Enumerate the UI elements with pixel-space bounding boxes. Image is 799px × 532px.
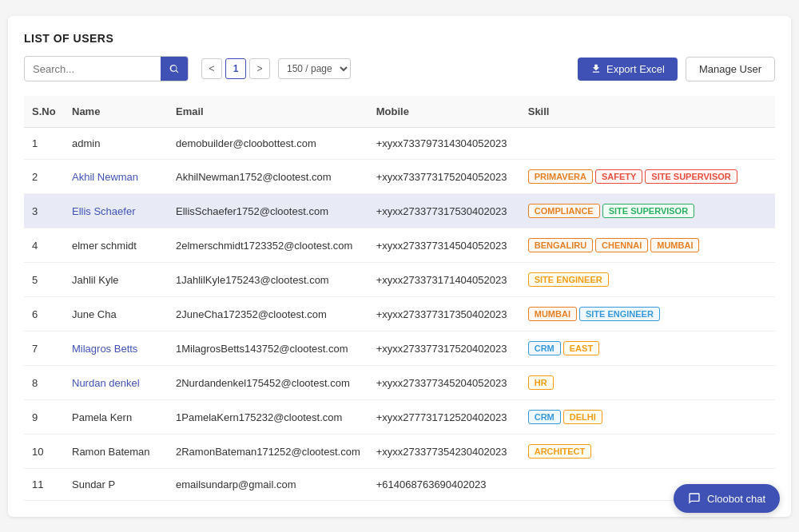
cell-sno: 9	[24, 400, 64, 435]
cell-email: 1PamelaKern175232@clootest.com	[168, 400, 368, 435]
skill-tag: DELHI	[563, 410, 602, 424]
cell-mobile: +614068763690402023	[368, 469, 520, 501]
cell-mobile: +xyxx273373171404052023	[368, 263, 520, 297]
skill-tag: CHENNAI	[595, 238, 648, 252]
cell-email: 2Nurdandenkel175452@clootest.com	[168, 366, 368, 400]
cell-email: 2RamonBateman171252@clootest.com	[168, 435, 368, 469]
cell-skill: MUMBAISITE ENGINEER	[520, 297, 775, 332]
cell-email: 1JahlilKyle175243@clootest.com	[168, 263, 368, 297]
cell-mobile: +xyxx277731712520402023	[368, 400, 520, 435]
table-row: 6June Cha2JuneCha172352@clootest.com+xyx…	[24, 297, 775, 332]
export-excel-button[interactable]: Export Excel	[578, 58, 678, 81]
cell-skill: ARCHITECT	[520, 435, 775, 469]
cell-name[interactable]: Milagros Betts	[64, 332, 168, 366]
skill-tag: CRM	[528, 410, 561, 424]
cell-sno: 11	[24, 469, 64, 501]
skill-tag: BENGALIRU	[528, 238, 593, 252]
skill-tag: COMPLIANCE	[528, 204, 600, 218]
skill-tag: SITE SUPERVISOR	[602, 204, 694, 218]
search-button[interactable]	[161, 56, 188, 81]
cell-sno: 4	[24, 228, 64, 263]
cloobot-chat-button[interactable]: Cloobot chat	[674, 484, 780, 513]
cell-name: Pamela Kern	[64, 400, 168, 435]
cell-email: AkhilNewman1752@clootest.com	[168, 160, 368, 194]
skill-tag: EAST	[563, 341, 599, 355]
pagination: < 1 >	[201, 58, 270, 79]
cloobot-chat-label: Cloobot chat	[707, 493, 765, 505]
cell-skill: CRMEAST	[520, 332, 775, 366]
cell-sno: 1	[24, 128, 64, 160]
table-row: 10Ramon Bateman2RamonBateman171252@cloot…	[24, 435, 775, 469]
search-input[interactable]	[25, 63, 161, 75]
skill-tag: HR	[528, 375, 554, 390]
skill-tag: PRIMAVERA	[528, 169, 593, 184]
cell-sno: 8	[24, 366, 64, 400]
table-row: 8Nurdan denkel2Nurdandenkel175452@cloote…	[24, 366, 775, 400]
cell-mobile: +xyxx733773175204052023	[368, 160, 520, 194]
cell-sno: 2	[24, 160, 64, 194]
cell-mobile: +xyxx273377354230402023	[368, 435, 520, 469]
cell-email: 2elmerschmidt1723352@clootest.com	[168, 228, 368, 263]
cell-skill: CRMDELHI	[520, 400, 775, 435]
cell-name: admin	[64, 128, 168, 160]
page-size-select[interactable]: 150 / page 50 / page 100 / page	[278, 58, 351, 79]
cell-email: 2JuneCha172352@clootest.com	[168, 297, 368, 332]
cell-skill	[520, 128, 775, 160]
cell-email: EllisSchaefer1752@clootest.com	[168, 194, 368, 228]
cell-mobile: +xyxx273377317530402023	[368, 194, 520, 228]
col-header-email: Email	[168, 96, 368, 128]
cell-skill: HR	[520, 366, 775, 400]
table-row: 4elmer schmidt2elmerschmidt1723352@cloot…	[24, 228, 775, 263]
cell-skill: PRIMAVERASAFETYSITE SUPERVISOR	[520, 160, 775, 194]
prev-page-button[interactable]: <	[201, 58, 222, 79]
cell-email: 1MilagrosBetts143752@clootest.com	[168, 332, 368, 366]
cell-sno: 7	[24, 332, 64, 366]
cell-sno: 10	[24, 435, 64, 469]
table-row: 11Sundar Pemailsundarp@gmail.com+6140687…	[24, 469, 775, 501]
skill-tag: SITE ENGINEER	[579, 307, 660, 321]
cell-email: demobuilder@cloobottest.com	[168, 128, 368, 160]
page-title: LIST OF USERS	[24, 32, 775, 45]
col-header-mobile: Mobile	[368, 96, 520, 128]
next-page-button[interactable]: >	[249, 58, 270, 79]
manage-user-button[interactable]: Manage User	[686, 57, 775, 81]
users-table: S.No Name Email Mobile Skill 1admindemob…	[24, 96, 775, 501]
table-row: 7Milagros Betts1MilagrosBetts143752@cloo…	[24, 332, 775, 366]
cell-mobile: +xyxx273377345204052023	[368, 366, 520, 400]
cell-mobile: +xyxx273377317520402023	[368, 332, 520, 366]
cell-skill: SITE ENGINEER	[520, 263, 775, 297]
cell-email: emailsundarp@gmail.com	[168, 469, 368, 501]
skill-tag: SITE SUPERVISOR	[645, 169, 737, 184]
cell-skill: COMPLIANCESITE SUPERVISOR	[520, 194, 775, 228]
cell-sno: 6	[24, 297, 64, 332]
table-row: 1admindemobuilder@cloobottest.com+xyxx73…	[24, 128, 775, 160]
current-page-button[interactable]: 1	[225, 58, 246, 79]
col-header-name: Name	[64, 96, 168, 128]
cell-name: June Cha	[64, 297, 168, 332]
cell-mobile: +xyxx273377314504052023	[368, 228, 520, 263]
cell-name: Jahlil Kyle	[64, 263, 168, 297]
cell-sno: 5	[24, 263, 64, 297]
cell-mobile: +xyxx273377317350402023	[368, 297, 520, 332]
cell-mobile: +xyxx733797314304052023	[368, 128, 520, 160]
skill-tag: SITE ENGINEER	[528, 272, 609, 287]
table-row: 9Pamela Kern1PamelaKern175232@clootest.c…	[24, 400, 775, 435]
skill-tag: SAFETY	[595, 169, 642, 184]
cell-name[interactable]: Akhil Newman	[64, 160, 168, 194]
cell-skill: BENGALIRUCHENNAIMUMBAI	[520, 228, 775, 263]
cell-name[interactable]: Nurdan denkel	[64, 366, 168, 400]
skill-tag: ARCHITECT	[528, 444, 592, 459]
col-header-skill: Skill	[520, 96, 775, 128]
search-wrapper	[24, 56, 189, 81]
table-row: 5Jahlil Kyle1JahlilKyle175243@clootest.c…	[24, 263, 775, 297]
cell-name: elmer schmidt	[64, 228, 168, 263]
table-row: 3Ellis SchaeferEllisSchaefer1752@clootes…	[24, 194, 775, 228]
cell-sno: 3	[24, 194, 64, 228]
skill-tag: MUMBAI	[528, 307, 577, 321]
skill-tag: CRM	[528, 341, 561, 355]
table-row: 2Akhil NewmanAkhilNewman1752@clootest.co…	[24, 160, 775, 194]
toolbar: < 1 > 150 / page 50 / page 100 / page Ex…	[24, 56, 775, 81]
cell-name[interactable]: Ellis Schaefer	[64, 194, 168, 228]
col-header-sno: S.No	[24, 96, 64, 128]
skill-tag: MUMBAI	[650, 238, 699, 252]
